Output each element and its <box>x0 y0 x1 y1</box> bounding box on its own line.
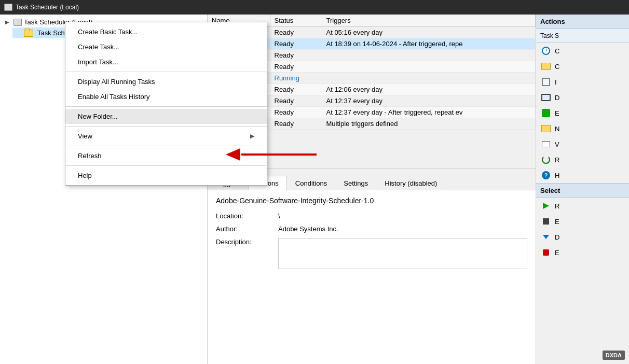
title-bar: Task Scheduler (Local) <box>0 0 629 15</box>
cell-status: Ready <box>270 107 322 118</box>
action-item-end[interactable]: E <box>536 214 629 229</box>
description-label: Description: <box>216 238 278 246</box>
view-submenu-arrow: ▶ <box>250 133 254 139</box>
cell-trigger: At 18:39 on 14-06-2024 - After triggered… <box>322 38 536 50</box>
cell-status: Ready <box>270 118 322 130</box>
menu-separator-2 <box>65 106 267 107</box>
pc-icon <box>13 19 22 26</box>
action-item-new-folder[interactable]: N <box>536 121 629 136</box>
cell-status: Ready <box>270 50 322 61</box>
author-value: Adobe Systems Inc. <box>278 225 338 233</box>
description-row: Description: <box>216 238 527 269</box>
action-item-import[interactable]: I <box>536 74 629 90</box>
action-item-display[interactable]: D <box>536 90 629 105</box>
cell-trigger: Multiple triggers defined <box>322 118 536 130</box>
col-status[interactable]: Status <box>270 15 322 27</box>
action-item-enable[interactable]: E <box>536 105 629 121</box>
cell-status: Ready <box>270 95 322 107</box>
description-box <box>278 238 527 269</box>
action-item-run[interactable]: R <box>536 198 629 214</box>
expand-icon: ▶ <box>5 19 11 25</box>
menu-display-running[interactable]: Display All Running Tasks <box>65 74 267 89</box>
menu-enable-history[interactable]: Enable All Tasks History <box>65 89 267 104</box>
task-title: Adobe-Genuine-Software-Integrity-Schedul… <box>216 197 527 205</box>
author-label: Author: <box>216 225 278 233</box>
action-panel: Actions Task S C C I <box>536 15 629 364</box>
menu-import-task[interactable]: Import Task... <box>65 54 267 69</box>
action-item-create[interactable]: C <box>536 59 629 74</box>
cell-trigger: At 12:37 every day - After triggered, re… <box>322 107 536 118</box>
action-section-title: Actions <box>536 15 629 29</box>
menu-new-folder[interactable]: New Folder... <box>65 109 267 124</box>
menu-help[interactable]: Help <box>65 168 267 183</box>
cell-status: Ready <box>270 61 322 73</box>
view-icon <box>540 138 552 150</box>
menu-create-task[interactable]: Create Task... <box>65 39 267 54</box>
select-section-title: Select <box>536 183 629 198</box>
menu-view[interactable]: View ▶ <box>65 129 267 144</box>
menu-refresh[interactable]: Refresh <box>65 148 267 163</box>
folder-add-icon <box>540 61 552 72</box>
menu-create-basic-task[interactable]: Create Basic Task... <box>65 24 267 39</box>
location-label: Location: <box>216 212 278 220</box>
cell-status: Ready <box>270 84 322 95</box>
cell-trigger: At 12:06 every day <box>322 84 536 95</box>
xda-watermark: DXDA <box>603 351 625 360</box>
menu-separator-4 <box>65 146 267 146</box>
cell-status: Running <box>270 73 322 84</box>
cell-status: Ready <box>270 38 322 50</box>
action-item-refresh[interactable]: R <box>536 152 629 167</box>
detail-body: Adobe-Genuine-Software-Integrity-Schedul… <box>208 190 536 364</box>
cell-trigger: At 12:37 every day <box>322 95 536 107</box>
cell-trigger <box>322 73 536 84</box>
enable-icon <box>540 107 552 119</box>
menu-separator-5 <box>65 165 267 166</box>
action-item-view[interactable]: V <box>536 136 629 152</box>
app-icon <box>4 4 12 11</box>
cell-trigger <box>322 61 536 73</box>
action-item-help[interactable]: ? H <box>536 167 629 183</box>
disable-icon <box>540 231 552 243</box>
tab-settings[interactable]: Settings <box>336 176 376 190</box>
import-icon <box>540 76 552 88</box>
help-icon: ? <box>540 170 552 181</box>
export-icon <box>540 247 552 258</box>
clock-icon <box>540 45 552 57</box>
col-triggers[interactable]: Triggers <box>322 15 536 27</box>
author-row: Author: Adobe Systems Inc. <box>216 225 527 233</box>
tab-history[interactable]: History (disabled) <box>377 176 445 190</box>
location-row: Location: \ <box>216 212 527 220</box>
refresh-icon <box>540 154 552 165</box>
tab-conditions[interactable]: Conditions <box>288 176 335 190</box>
cell-trigger: At 05:16 every day <box>322 27 536 38</box>
location-value: \ <box>278 212 280 220</box>
action-subsection-title: Task S <box>536 29 629 43</box>
cell-trigger <box>322 50 536 61</box>
detail-panel: Triggers Actions Conditions Settings His… <box>208 175 536 364</box>
menu-separator-1 <box>65 72 267 72</box>
new-folder-icon <box>540 123 552 134</box>
app-window: Task Scheduler (Local) ▶ Task Scheduler … <box>0 0 629 364</box>
action-item-disable[interactable]: D <box>536 229 629 245</box>
display-icon <box>540 92 552 103</box>
action-item-export[interactable]: E <box>536 245 629 260</box>
end-icon <box>540 216 552 227</box>
cell-status: Ready <box>270 27 322 38</box>
library-folder-icon <box>24 30 33 37</box>
menu-separator-3 <box>65 126 267 127</box>
action-item-create-basic[interactable]: C <box>536 43 629 59</box>
run-icon <box>540 200 552 212</box>
title-bar-text: Task Scheduler (Local) <box>16 4 79 11</box>
context-menu: Create Basic Task... Create Task... Impo… <box>65 22 267 186</box>
